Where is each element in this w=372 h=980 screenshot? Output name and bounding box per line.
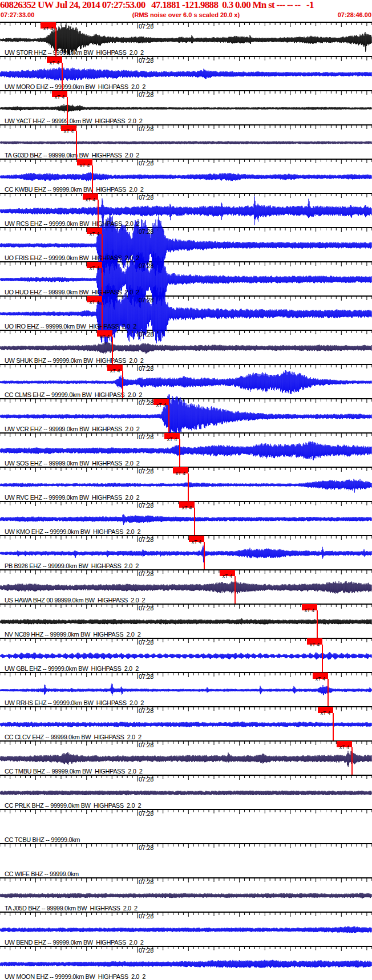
trace-panel-tcbu[interactable]: 07:28 CC TCBU BHZ -- 99999.0km — [0, 809, 372, 843]
pick-flag-label: xT 4 — [86, 197, 95, 203]
pick-flag[interactable]: xT 4 — [83, 193, 98, 200]
time-tick-label: 07:28 — [139, 913, 153, 920]
pick-line[interactable] — [92, 165, 93, 193]
pick-flag[interactable]: xT 4 — [318, 707, 333, 713]
pick-line[interactable] — [102, 302, 103, 330]
waveform-trace — [0, 546, 372, 562]
pick-flag[interactable]: xT 4 — [307, 638, 322, 645]
station-label: UW MORO EHZ -- 99999.0km BW HIGHPASS 2.0… — [5, 83, 145, 90]
trace-panel-kmo[interactable]: 07:28 UW KMO EHZ -- 99999.0km BW HIGHPAS… — [0, 501, 372, 535]
pick-flag[interactable]: xT 4 — [61, 125, 76, 131]
pick-flag[interactable]: xT 4 — [41, 22, 56, 29]
time-tick-label: 07:28 — [139, 878, 153, 885]
pick-flag[interactable]: xT 4 — [173, 467, 188, 473]
pick-flag[interactable]: xT 4 — [164, 433, 180, 439]
seconds-tick-ruler — [0, 742, 372, 747]
pick-flag[interactable]: xT 4 — [107, 365, 123, 371]
pick-flag[interactable]: xT 4 — [189, 536, 204, 542]
pick-flag[interactable]: xT 4 — [313, 673, 328, 679]
pick-line[interactable] — [102, 234, 103, 261]
pick-line[interactable] — [188, 473, 189, 501]
pick-line[interactable] — [168, 405, 169, 432]
pick-flag[interactable]: xT 4 — [337, 741, 352, 747]
trace-panel-yact[interactable]: 07:28 UW YACT HHZ -- 99999.0km BW HIGHPA… — [0, 90, 372, 124]
pick-flag-label: xT 4 — [90, 265, 99, 271]
pick-flag[interactable]: xT 4 — [97, 330, 112, 337]
pick-flag[interactable]: xT 4 — [302, 604, 317, 610]
trace-panel-hawa[interactable]: 07:28 US HAWA BHZ 00 99999.0km BW HIGHPA… — [0, 569, 372, 604]
waveform-trace — [0, 652, 372, 659]
pick-line[interactable] — [179, 439, 180, 467]
trace-panel-huo[interactable]: 07:28 UO HUO EHZ -- 99999.0km BW HIGHPAS… — [0, 261, 372, 295]
pick-line[interactable] — [102, 268, 103, 295]
trace-panel-bend[interactable]: 07:28 UW BEND EHZ -- 99999.0km BW HIGHPA… — [0, 912, 372, 946]
time-tick-label: 07:28 — [139, 742, 153, 748]
pick-line[interactable] — [317, 610, 318, 638]
pick-line[interactable] — [204, 542, 205, 569]
time-tick-label: 07:28 — [139, 228, 153, 235]
window-end-time: 07:28:46.00 — [338, 11, 371, 18]
trace-panel-prlk[interactable]: 07:28 CC PRLK BHZ -- 99999.0km BW HIGHPA… — [0, 775, 372, 809]
trace-panel-j05d[interactable]: 07:28 TA J05D BHZ -- 99999.0km BW HIGHPA… — [0, 877, 372, 912]
trace-panel-moon[interactable]: 07:28 UW MOON EHZ -- 99999.0km BW HIGHPA… — [0, 946, 372, 980]
trace-panel-gbl[interactable]: 07:28 UW GBL EHZ -- 99999.0km BW HIGHPAS… — [0, 638, 372, 672]
seconds-tick-ruler — [0, 434, 372, 439]
time-tick-label: 07:28 — [139, 810, 153, 817]
pick-flag[interactable]: xT 4 — [87, 296, 102, 302]
pick-line[interactable] — [194, 508, 195, 535]
pick-flag[interactable]: xT 4 — [52, 91, 67, 97]
trace-panel-vcr[interactable]: 07:28 UW VCR EHZ -- 99999.0km BW HIGHPAS… — [0, 398, 372, 432]
pick-flag[interactable]: xT 4 — [87, 228, 102, 234]
pick-flag[interactable]: xT 4 — [220, 570, 235, 576]
pick-flag[interactable]: xT 4 — [87, 262, 102, 268]
waveform-trace — [0, 370, 372, 394]
trace-panel-nc89[interactable]: 07:28 NV NC89 HHZ -- 99999.0km BW HIGHPA… — [0, 604, 372, 638]
waveform-trace — [0, 893, 372, 899]
station-label: TA J05D BHZ -- 99999.0km BW HIGHPASS 2.0… — [5, 905, 138, 912]
trace-panel-shuk[interactable]: 07:28 UW SHUK BHZ -- 99999.0km BW HIGHPA… — [0, 330, 372, 364]
pick-flag[interactable]: xT 4 — [153, 399, 169, 405]
trace-panel-g03d[interactable]: 07:28 TA G03D BHZ -- 99999.0km BW HIGHPA… — [0, 124, 372, 159]
trace-panel-clcv[interactable]: 07:28 CC CLCV EHZ -- 99999.0km BW HIGHPA… — [0, 706, 372, 740]
seconds-tick-ruler — [0, 947, 372, 953]
pick-line[interactable] — [351, 747, 353, 775]
time-tick-label: 07:28 — [139, 570, 153, 577]
pick-line[interactable] — [327, 679, 329, 706]
seconds-tick-ruler — [0, 878, 372, 884]
pick-line[interactable] — [98, 200, 99, 227]
pick-line[interactable] — [62, 63, 63, 90]
trace-panel-wife[interactable]: 07:28 CC WIFE BHZ -- 99999.0km — [0, 843, 372, 877]
trace-panel-stor[interactable]: 07:28 UW STOR HHZ -- 99999.0km BW HIGHPA… — [0, 22, 372, 56]
pick-line[interactable] — [122, 371, 123, 398]
pick-flag[interactable]: xT 4 — [47, 56, 62, 63]
pick-line[interactable] — [234, 576, 236, 604]
station-label: CC TMBU BHZ -- 99999.0km BW HIGHPASS 2.0… — [5, 768, 142, 775]
time-tick-label: 07:28 — [139, 160, 153, 167]
station-label: PB B926 EHZ -- 99999.0km BW HIGHPASS 2.0… — [5, 562, 139, 569]
trace-panel-b926[interactable]: 07:28 PB B926 EHZ -- 99999.0km BW HIGHPA… — [0, 535, 372, 569]
time-tick-label: 07:28 — [139, 194, 153, 201]
station-label: CC CLMS EHZ -- 99999.0km BW HIGHPASS 2.0… — [5, 391, 142, 398]
trace-panel-rvc[interactable]: 07:28 UW RVC EHZ -- 99999.0km BW HIGHPAS… — [0, 467, 372, 501]
time-tick-label: 07:28 — [139, 297, 153, 303]
trace-panel-fris[interactable]: 07:28 UO FRIS EHZ -- 99999.0km BW HIGHPA… — [0, 227, 372, 261]
trace-panel-iro[interactable]: 07:28 UO IRO EHZ -- 99999.0km BW HIGHPAS… — [0, 295, 372, 330]
pick-line[interactable] — [55, 29, 56, 56]
trace-panel-rrhs[interactable]: 07:28 UW RRHS EHZ -- 99999.0km BW HIGHPA… — [0, 672, 372, 706]
pick-line[interactable] — [333, 713, 334, 740]
pick-line[interactable] — [76, 131, 77, 159]
pick-line[interactable] — [67, 97, 68, 124]
waveform-trace — [0, 581, 372, 594]
trace-panel-moro[interactable]: 07:28 UW MORO EHZ -- 99999.0km BW HIGHPA… — [0, 56, 372, 90]
waveform-trace — [0, 722, 372, 727]
pick-flag[interactable]: xT 4 — [179, 501, 195, 508]
trace-panel-sos[interactable]: 07:28 UW SOS EHZ -- 99999.0km BW HIGHPAS… — [0, 432, 372, 467]
trace-panel-tmbu[interactable]: 07:28 CC TMBU BHZ -- 99999.0km BW HIGHPA… — [0, 740, 372, 775]
pick-line[interactable] — [322, 645, 323, 672]
pick-flag-label: xT 4 — [80, 163, 90, 168]
trace-panel-kwbu[interactable]: 07:28 CC KWBU EHZ -- 99999.0km BW HIGHPA… — [0, 159, 372, 193]
trace-panel-rcs[interactable]: 07:28 UW RCS EHZ -- 99999.0km BW HIGHPAS… — [0, 193, 372, 227]
pick-line[interactable] — [112, 337, 113, 364]
trace-panel-clms[interactable]: 07:28 CC CLMS EHZ -- 99999.0km BW HIGHPA… — [0, 364, 372, 398]
pick-flag[interactable]: xT 4 — [77, 159, 92, 165]
